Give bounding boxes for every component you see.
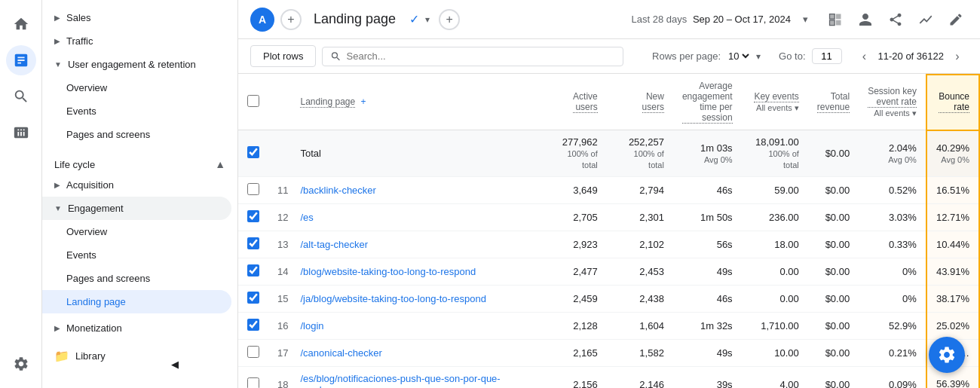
th-key-events: Key eventsAll events ▾ xyxy=(742,75,808,130)
edit-btn[interactable] xyxy=(944,8,968,32)
table-row: 16 /login 2,128 1,604 1m 32s 1,710.00 $0… xyxy=(238,313,979,340)
row-session-key-rate-16: 52.9% xyxy=(859,313,926,340)
sidebar-item-events-engagement[interactable]: Events xyxy=(42,99,237,123)
row-avg-engagement-18: 39s xyxy=(673,367,742,389)
sidebar-item-events-lifecycle[interactable]: Events xyxy=(42,243,237,267)
row-key-events-16: 1,710.00 xyxy=(742,313,808,340)
row-new-users-17: 1,582 xyxy=(607,340,673,367)
sidebar-item-pages-screens[interactable]: Pages and screens xyxy=(42,123,237,146)
total-row-checkbox[interactable] xyxy=(247,146,259,158)
row-key-events-11: 59.00 xyxy=(742,177,808,204)
row-key-events-18: 4.00 xyxy=(742,367,808,389)
table-row: 15 /ja/blog/website-taking-too-long-to-r… xyxy=(238,286,979,313)
total-bounce-rate: 40.29% Avg 0% xyxy=(926,130,979,177)
gear-fab[interactable] xyxy=(929,337,965,373)
row-checkbox-13[interactable] xyxy=(247,237,259,249)
main-content: A + Landing page ✓ ▾ + Last 28 days Sep … xyxy=(238,0,980,388)
sidebar: ▶ Sales ▶ Traffic ▼ User engagement & re… xyxy=(42,0,238,388)
date-dropdown-icon[interactable]: ▾ xyxy=(803,14,808,25)
collapse-sidebar-btn[interactable]: ◀ xyxy=(163,352,187,376)
chevron-right-icon: ▶ xyxy=(54,37,60,45)
title-dropdown-icon[interactable]: ▾ xyxy=(425,14,430,25)
nav-home-icon[interactable] xyxy=(6,9,36,39)
row-new-users-16: 1,604 xyxy=(607,313,673,340)
total-revenue: $0.00 xyxy=(808,130,859,177)
table-row: 18 /es/blog/notificaciones-push-que-son-… xyxy=(238,367,979,389)
th-active-users: Activeusers xyxy=(541,75,607,130)
sidebar-item-overview-engagement[interactable]: Overview xyxy=(42,76,237,99)
sidebar-item-user-engagement[interactable]: ▼ User engagement & retention xyxy=(42,53,237,76)
row-active-users-14: 2,477 xyxy=(541,258,607,286)
prev-page-btn[interactable]: ‹ xyxy=(854,46,875,67)
compare-layout-btn[interactable] xyxy=(823,8,847,32)
row-bounce-rate-13: 10.44% xyxy=(926,231,979,258)
row-checkbox-14[interactable] xyxy=(247,264,259,276)
row-key-events-15: 0.00 xyxy=(742,286,808,313)
search-input[interactable] xyxy=(347,50,616,62)
th-landing-page: Landing page + xyxy=(291,75,540,130)
session-key-filter-icon[interactable]: ▾ xyxy=(912,108,917,118)
row-num-18: 18 xyxy=(268,367,291,389)
row-session-key-rate-18: 0.09% xyxy=(859,367,926,389)
status-check-icon: ✓ xyxy=(409,12,419,26)
row-checkbox-18[interactable] xyxy=(247,377,259,389)
row-avg-engagement-15: 46s xyxy=(673,286,742,313)
rows-per-page-label: Rows per page: xyxy=(652,50,721,62)
select-all-checkbox[interactable] xyxy=(247,95,259,107)
pagination-control: ‹ 11-20 of 36122 › xyxy=(854,46,968,67)
key-events-filter-icon[interactable]: ▾ xyxy=(795,103,799,112)
row-key-events-13: 18.00 xyxy=(742,231,808,258)
nav-advertising-icon[interactable] xyxy=(6,118,36,148)
row-session-key-rate-14: 0% xyxy=(859,258,926,286)
row-session-key-rate-17: 0.21% xyxy=(859,340,926,367)
row-page-14: /blog/website-taking-too-long-to-respond xyxy=(291,258,540,286)
sidebar-item-overview-lifecycle[interactable]: Overview xyxy=(42,220,237,243)
row-checkbox-15[interactable] xyxy=(247,292,259,304)
lifecycle-collapse-icon[interactable]: ▲ xyxy=(215,158,225,170)
sidebar-item-engagement[interactable]: ▼ Engagement xyxy=(42,197,231,220)
th-new-users: Newusers xyxy=(607,75,673,130)
next-page-btn[interactable]: › xyxy=(947,46,968,67)
row-session-key-rate-13: 0.33% xyxy=(859,231,926,258)
nav-explore-icon[interactable] xyxy=(6,81,36,112)
user-icon-btn[interactable] xyxy=(853,8,877,32)
row-key-events-14: 0.00 xyxy=(742,258,808,286)
rows-per-page-select[interactable]: 10 25 50 xyxy=(725,50,752,63)
chevron-right-icon: ▶ xyxy=(54,14,60,22)
row-checkbox-16[interactable] xyxy=(247,319,259,331)
table-toolbar: Plot rows Rows per page: 10 25 50 ▾ Go t… xyxy=(238,39,980,74)
sidebar-item-landing-page[interactable]: Landing page xyxy=(42,290,231,313)
sidebar-item-traffic[interactable]: ▶ Traffic xyxy=(42,29,237,53)
plot-rows-btn[interactable]: Plot rows xyxy=(250,45,316,67)
row-total-revenue-13: $0.00 xyxy=(808,231,859,258)
total-key-events: 18,091.00 100% of total xyxy=(742,130,808,177)
nav-reports-icon[interactable] xyxy=(6,45,36,75)
insights-btn[interactable] xyxy=(914,8,938,32)
add-column-icon[interactable]: + xyxy=(361,96,366,107)
row-active-users-15: 2,459 xyxy=(541,286,607,313)
page-info: 11-20 of 36122 xyxy=(878,50,944,62)
add-report-btn[interactable]: + xyxy=(280,9,302,30)
sidebar-item-pages-screens-lifecycle[interactable]: Pages and screens xyxy=(42,267,237,290)
goto-input[interactable] xyxy=(812,48,842,64)
row-new-users-15: 2,438 xyxy=(607,286,673,313)
total-session-key-rate: 2.04% Avg 0% xyxy=(859,130,926,177)
sidebar-item-sales[interactable]: ▶ Sales xyxy=(42,6,237,29)
sidebar-item-monetization[interactable]: ▶ Monetization xyxy=(42,316,237,340)
sidebar-item-acquisition[interactable]: ▶ Acquisition xyxy=(42,173,237,197)
rows-dropdown-icon: ▾ xyxy=(756,51,761,62)
row-avg-engagement-11: 46s xyxy=(673,177,742,204)
row-checkbox-17[interactable] xyxy=(247,346,259,358)
share-btn[interactable] xyxy=(884,8,908,32)
row-page-16: /login xyxy=(291,313,540,340)
row-checkbox-12[interactable] xyxy=(247,210,259,222)
row-avg-engagement-13: 56s xyxy=(673,231,742,258)
row-num-15: 15 xyxy=(268,286,291,313)
table-row: 17 /canonical-checker 2,165 1,582 49s 10… xyxy=(238,340,979,367)
add-to-report-btn[interactable]: + xyxy=(439,9,460,30)
table-row: 13 /alt-tag-checker 2,923 2,102 56s 18.0… xyxy=(238,231,979,258)
row-session-key-rate-11: 0.52% xyxy=(859,177,926,204)
header-actions xyxy=(823,8,968,32)
row-checkbox-11[interactable] xyxy=(247,183,259,195)
row-session-key-rate-15: 0% xyxy=(859,286,926,313)
